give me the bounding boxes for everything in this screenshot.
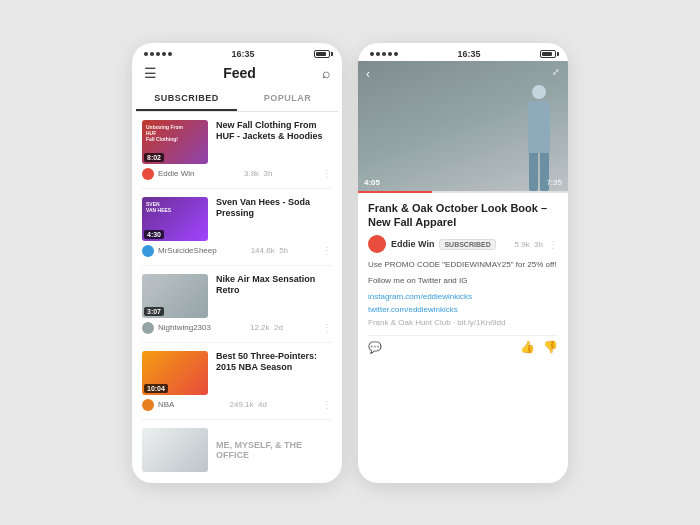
left-phone: 16:35 ☰ Feed ⌕ SUBSCRIBED POPULAR Unboxi… <box>132 43 342 483</box>
dot5r <box>394 52 398 56</box>
feed-tabs: SUBSCRIBED POPULAR <box>136 87 338 112</box>
status-bar-left: 16:35 <box>132 43 342 61</box>
feed-title: Feed <box>223 65 256 81</box>
channel-row-4: NBA 249.1k 4d ⋮ <box>142 399 332 411</box>
detail-follow: Follow me on Twitter and IG <box>368 275 558 287</box>
status-bar-right: 16:35 <box>358 43 568 61</box>
total-time: 7:35 <box>546 178 562 187</box>
status-time-left: 16:35 <box>231 49 254 59</box>
video-title-1: New Fall Clothing From HUF - Jackets & H… <box>216 120 332 143</box>
video-title-5: ME, MYSELF, & THE OFFICE <box>216 440 332 460</box>
tab-subscribed[interactable]: SUBSCRIBED <box>136 87 237 111</box>
channel-meta-4: 249.1k 4d <box>230 400 267 409</box>
fullscreen-button[interactable]: ⤢ <box>552 67 560 77</box>
detail-channel-name: Eddie Win <box>391 239 434 249</box>
dot5 <box>168 52 172 56</box>
menu-icon[interactable]: ☰ <box>144 65 157 81</box>
person-head <box>532 85 546 99</box>
detail-meta: 5.9k 3h <box>515 240 543 249</box>
video-row: 3:07 Nike Air Max Sensation Retro <box>142 274 332 318</box>
footer-right: 👍 👎 <box>520 340 558 354</box>
thumbnail-1: Unboxing FromHUFFall Clothing! 8:02 <box>142 120 208 164</box>
channel-meta-3: 12.2k 2d <box>250 323 283 332</box>
more-icon-detail[interactable]: ⋮ <box>548 239 558 250</box>
footer-left: 💬 <box>368 341 382 354</box>
dot1 <box>144 52 148 56</box>
more-icon-1[interactable]: ⋮ <box>322 168 332 179</box>
detail-avatar <box>368 235 386 253</box>
duration-2: 4:30 <box>144 230 164 239</box>
battery-left <box>314 50 330 58</box>
signal-dots-right <box>370 52 398 56</box>
thumb-text-1: Unboxing FromHUFFall Clothing! <box>146 124 183 142</box>
thumbnail-3: 3:07 <box>142 274 208 318</box>
progress-fill <box>358 191 432 193</box>
avatar-3 <box>142 322 154 334</box>
thumbnail-2: SVENVAN HEES 4:30 <box>142 197 208 241</box>
status-time-right: 16:35 <box>457 49 480 59</box>
battery-fill-right <box>542 52 552 56</box>
detail-link-oak[interactable]: Frank & Oak Hunt Club · bit.ly/1Kni9dd <box>368 317 558 330</box>
list-item[interactable]: Unboxing FromHUFFall Clothing! 8:02 New … <box>132 112 342 189</box>
subscribed-badge[interactable]: SUBSCRIBED <box>439 239 495 250</box>
thumbdown-icon[interactable]: 👎 <box>543 340 558 354</box>
video-info-1: New Fall Clothing From HUF - Jackets & H… <box>216 120 332 145</box>
more-icon-4[interactable]: ⋮ <box>322 399 332 410</box>
right-phone: 16:35 ‹ ⤢ 4:05 7:35 <box>358 43 568 483</box>
dot4 <box>162 52 166 56</box>
tab-popular[interactable]: POPULAR <box>237 87 338 111</box>
dot2 <box>150 52 154 56</box>
avatar-1 <box>142 168 154 180</box>
back-button[interactable]: ‹ <box>366 67 370 81</box>
detail-link-instagram[interactable]: instagram.com/eddiewinkicks <box>368 291 558 304</box>
channel-left-3: Nightwing2303 <box>142 322 211 334</box>
video-hero: ‹ ⤢ 4:05 7:35 <box>358 61 568 191</box>
more-icon-3[interactable]: ⋮ <box>322 322 332 333</box>
detail-link-twitter[interactable]: twitter.com/eddiewinkicks <box>368 304 558 317</box>
channel-name-4: NBA <box>158 400 174 409</box>
duration-3: 3:07 <box>144 307 164 316</box>
person-leg-left <box>529 153 538 191</box>
avatar-2 <box>142 245 154 257</box>
dot3r <box>382 52 386 56</box>
search-icon[interactable]: ⌕ <box>322 65 330 81</box>
list-item[interactable]: SVENVAN HEES 4:30 Sven Van Hees - Soda P… <box>132 189 342 266</box>
progress-bar[interactable] <box>358 191 568 193</box>
channel-name-2: MrSuicideSheep <box>158 246 217 255</box>
channel-row-2: MrSuicideSheep 144.6k 5h ⋮ <box>142 245 332 257</box>
hero-figure <box>528 79 550 191</box>
video-title-3: Nike Air Max Sensation Retro <box>216 274 332 297</box>
duration-1: 8:02 <box>144 153 164 162</box>
person-torso <box>528 101 550 153</box>
battery-right <box>540 50 556 58</box>
channel-left-2: MrSuicideSheep <box>142 245 217 257</box>
dot1r <box>370 52 374 56</box>
video-title-2: Sven Van Hees - Soda Pressing <box>216 197 332 220</box>
list-item[interactable]: 3:07 Nike Air Max Sensation Retro Nightw… <box>132 266 342 343</box>
video-list: Unboxing FromHUFFall Clothing! 8:02 New … <box>132 112 342 480</box>
channel-meta-1: 3.8k 3h <box>244 169 272 178</box>
thumbnail-5 <box>142 428 208 472</box>
message-icon[interactable]: 💬 <box>368 341 382 354</box>
video-row: SVENVAN HEES 4:30 Sven Van Hees - Soda P… <box>142 197 332 241</box>
video-info-3: Nike Air Max Sensation Retro <box>216 274 332 299</box>
channel-left-4: NBA <box>142 399 174 411</box>
duration-4: 10:04 <box>144 384 168 393</box>
current-time: 4:05 <box>364 178 380 187</box>
channel-name-3: Nightwing2303 <box>158 323 211 332</box>
dot3 <box>156 52 160 56</box>
channel-meta-2: 144.6k 5h <box>251 246 288 255</box>
thumbup-icon[interactable]: 👍 <box>520 340 535 354</box>
channel-row-1: Eddie Win 3.8k 3h ⋮ <box>142 168 332 180</box>
channel-row-3: Nightwing2303 12.2k 2d ⋮ <box>142 322 332 334</box>
avatar-4 <box>142 399 154 411</box>
more-icon-2[interactable]: ⋮ <box>322 245 332 256</box>
dot4r <box>388 52 392 56</box>
list-item[interactable]: 10:04 Best 50 Three-Pointers: 2015 NBA S… <box>132 343 342 420</box>
thumb-text-2: SVENVAN HEES <box>146 201 171 213</box>
list-item[interactable]: ME, MYSELF, & THE OFFICE <box>132 420 342 480</box>
channel-name-1: Eddie Win <box>158 169 194 178</box>
video-detail: Frank & Oak October Look Book – New Fall… <box>358 193 568 363</box>
dot2r <box>376 52 380 56</box>
signal-dots <box>144 52 172 56</box>
